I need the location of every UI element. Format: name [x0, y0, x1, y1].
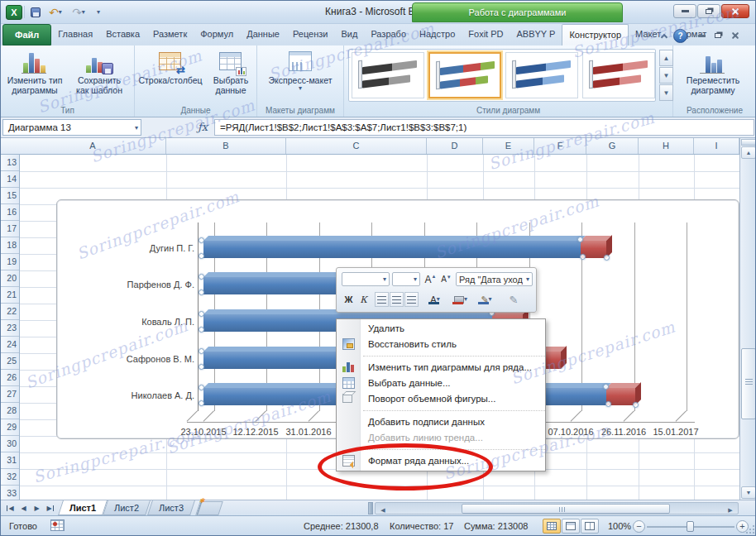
- grow-font-button[interactable]: A▲: [423, 272, 438, 286]
- save-as-template-button[interactable]: Сохранить как шаблон: [68, 48, 131, 104]
- close-button[interactable]: [721, 4, 749, 18]
- select-data-button[interactable]: Выбрать данные: [206, 48, 256, 104]
- row-header-22[interactable]: 22: [1, 304, 19, 320]
- next-sheet-button[interactable]: ▶: [31, 502, 43, 514]
- change-chart-type-button[interactable]: Изменить тип диаграммы: [3, 48, 66, 104]
- help-button[interactable]: ?: [673, 29, 687, 43]
- italic-button[interactable]: К: [356, 292, 371, 307]
- tab-developer[interactable]: Разрабо: [364, 24, 413, 45]
- horizontal-scroll-thumb[interactable]: [462, 504, 670, 514]
- quick-layout-button[interactable]: Экспресс-макет ▾: [262, 48, 338, 104]
- row-header-32[interactable]: 32: [1, 469, 19, 486]
- scroll-left-button[interactable]: ◀: [377, 505, 389, 515]
- row-header-19[interactable]: 19: [1, 254, 19, 270]
- tab-insert[interactable]: Вставка: [99, 24, 146, 45]
- menu-item-delete[interactable]: Удалить: [337, 321, 545, 337]
- gallery-more-button[interactable]: ▼: [659, 84, 673, 101]
- sheet-tab-Лист3[interactable]: Лист3: [147, 500, 195, 515]
- tab-splitter[interactable]: [368, 502, 373, 514]
- row-header-29[interactable]: 29: [1, 419, 19, 436]
- tab-formulas[interactable]: Формул: [194, 24, 240, 45]
- bold-button[interactable]: Ж: [342, 292, 356, 307]
- align-center-button[interactable]: [390, 292, 404, 307]
- chart-element-combo[interactable]: Ряд "Дата уход▾: [456, 272, 533, 286]
- selection-handle[interactable]: [199, 290, 204, 295]
- row-header-18[interactable]: 18: [1, 237, 19, 254]
- tab-abbyy[interactable]: ABBYY P: [510, 24, 562, 45]
- view-normal-button[interactable]: [543, 519, 561, 534]
- selection-handle[interactable]: [633, 402, 639, 408]
- menu-item-rotation-3d[interactable]: Поворот объемной фигуры...: [337, 391, 545, 407]
- row-header-33[interactable]: 33: [1, 486, 19, 500]
- chart-style-4[interactable]: [582, 52, 655, 98]
- row-header-31[interactable]: 31: [1, 452, 19, 469]
- row-header-23[interactable]: 23: [1, 320, 19, 337]
- column-header-F[interactable]: F: [534, 138, 586, 154]
- view-page-break-button[interactable]: [581, 519, 599, 534]
- font-color-button[interactable]: A▾: [424, 292, 446, 307]
- selection-handle[interactable]: [199, 385, 204, 390]
- format-painter-button[interactable]: ✎: [505, 292, 523, 307]
- row-header-30[interactable]: 30: [1, 436, 19, 452]
- gallery-scroll-down-button[interactable]: ▼: [659, 67, 673, 84]
- selection-handle[interactable]: [199, 364, 204, 370]
- tab-page-layout[interactable]: Разметк: [146, 24, 194, 45]
- tab-view[interactable]: Вид: [334, 24, 364, 45]
- column-header-C[interactable]: C: [286, 138, 427, 154]
- switch-row-column-button[interactable]: ⇄ Строка/столбец: [136, 48, 204, 104]
- zoom-slider-thumb[interactable]: [687, 521, 694, 532]
- selection-handle[interactable]: [199, 274, 204, 280]
- row-header-14[interactable]: 14: [1, 171, 19, 188]
- split-box[interactable]: [741, 139, 756, 146]
- name-box[interactable]: Диаграмма 13▾: [2, 119, 141, 136]
- tab-review[interactable]: Рецензи: [286, 24, 335, 45]
- selection-handle[interactable]: [199, 253, 204, 259]
- column-header-A[interactable]: A: [20, 138, 166, 154]
- chart-style-2-selected[interactable]: [428, 52, 501, 98]
- menu-item-add-data-labels[interactable]: Добавить подписи данных: [337, 414, 545, 430]
- tab-foxit[interactable]: Foxit PD: [462, 24, 510, 45]
- sheet-tab-Лист1[interactable]: Лист1: [58, 500, 108, 515]
- tab-home[interactable]: Главная: [51, 24, 99, 45]
- selection-handle[interactable]: [199, 327, 204, 333]
- restore-button[interactable]: [697, 4, 720, 18]
- zoom-out-button[interactable]: −: [633, 520, 645, 533]
- row-header-28[interactable]: 28: [1, 403, 19, 419]
- workbook-minimize-button[interactable]: [694, 29, 709, 42]
- menu-item-reset-style[interactable]: Восстановить стиль: [337, 337, 545, 352]
- row-header-26[interactable]: 26: [1, 370, 19, 386]
- row-header-20[interactable]: 20: [1, 270, 19, 287]
- view-page-layout-button[interactable]: [562, 519, 580, 534]
- column-header-G[interactable]: G: [586, 138, 639, 154]
- align-left-button[interactable]: [375, 292, 389, 307]
- shrink-font-button[interactable]: A▼: [439, 272, 453, 286]
- tab-design[interactable]: Конструктор: [562, 24, 629, 45]
- selection-handle[interactable]: [577, 237, 583, 242]
- move-chart-button[interactable]: Переместить диаграмму: [682, 48, 744, 104]
- selection-handle[interactable]: [603, 384, 609, 390]
- vertical-scrollbar[interactable]: ▲ ▼: [739, 138, 756, 500]
- column-header-I[interactable]: I: [694, 138, 739, 154]
- row-header-21[interactable]: 21: [1, 287, 19, 304]
- scroll-up-button[interactable]: ▲: [741, 146, 756, 159]
- selection-handle[interactable]: [199, 348, 204, 354]
- insert-function-button[interactable]: ƒx: [193, 119, 213, 136]
- horizontal-scrollbar[interactable]: ◀ ▶: [375, 502, 739, 514]
- selection-handle[interactable]: [605, 401, 611, 407]
- menu-item-change-series-chart-type[interactable]: Изменить тип диаграммы для ряда...: [337, 360, 545, 376]
- align-right-button[interactable]: [404, 292, 419, 307]
- chart-style-3[interactable]: [505, 52, 578, 98]
- vertical-scroll-thumb[interactable]: [741, 348, 756, 419]
- zoom-level[interactable]: 100%: [608, 521, 631, 531]
- row-header-27[interactable]: 27: [1, 386, 19, 403]
- sheet-tab-Лист2[interactable]: Лист2: [103, 500, 151, 515]
- selection-handle[interactable]: [199, 400, 204, 406]
- outline-color-button[interactable]: ✎▾: [475, 292, 498, 307]
- last-sheet-button[interactable]: ▶: [44, 502, 56, 514]
- scroll-right-button[interactable]: ▶: [725, 505, 736, 515]
- selection-handle[interactable]: [199, 237, 204, 243]
- minimize-button[interactable]: [673, 4, 696, 18]
- tab-data[interactable]: Данные: [240, 24, 286, 45]
- selection-handle[interactable]: [199, 311, 204, 317]
- column-header-E[interactable]: E: [483, 138, 534, 154]
